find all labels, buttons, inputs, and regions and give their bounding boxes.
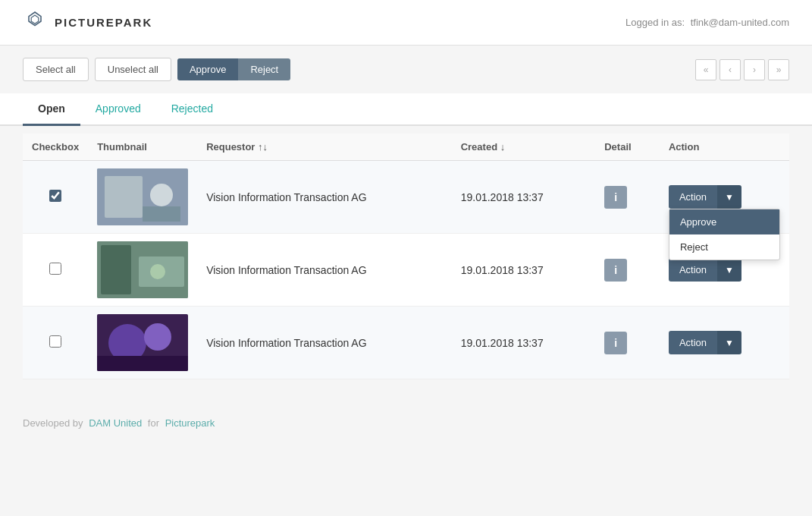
header: PICTUREPARK Logged in as: tfink@dam-unit… <box>0 0 812 46</box>
thumbnail-image <box>97 168 188 225</box>
action-button[interactable]: Action <box>669 331 717 354</box>
table-row: Vision Information Transaction AG19.01.2… <box>23 161 789 234</box>
col-action: Action <box>660 134 789 161</box>
row-checkbox[interactable] <box>49 190 61 202</box>
svg-point-7 <box>150 264 165 279</box>
prev-page-button[interactable]: ‹ <box>720 59 741 80</box>
toolbar: Select all Unselect all Approve Reject «… <box>0 46 812 93</box>
col-checkbox: Checkbox <box>23 134 88 161</box>
dropdown-approve-item[interactable]: Approve <box>669 209 779 234</box>
row-checkbox[interactable] <box>49 263 61 275</box>
created-cell: 19.01.2018 13:37 <box>452 234 596 307</box>
tab-approved[interactable]: Approved <box>80 93 156 126</box>
tab-rejected[interactable]: Rejected <box>156 93 228 126</box>
svg-point-2 <box>150 184 173 206</box>
thumbnail-cell <box>88 307 197 379</box>
table-header-row: Checkbox Thumbnail Requestor ↑↓ Created … <box>23 134 789 161</box>
action-dropdown-menu: ApproveReject <box>669 209 780 260</box>
row-checkbox[interactable] <box>49 335 61 348</box>
approve-button[interactable]: Approve <box>177 58 238 80</box>
info-button[interactable]: i <box>604 332 627 354</box>
unselect-all-button[interactable]: Unselect all <box>95 58 171 81</box>
logged-in-info: Logged in as: tfink@dam-united.com <box>625 17 789 28</box>
thumbnail-cell <box>88 234 197 307</box>
svg-rect-3 <box>143 206 180 222</box>
thumbnail-image <box>97 314 188 371</box>
reject-button[interactable]: Reject <box>238 58 290 80</box>
action-group: Action▼ <box>669 331 780 354</box>
first-page-button[interactable]: « <box>695 59 716 80</box>
detail-cell: i <box>595 234 660 307</box>
logged-in-label: Logged in as: <box>625 17 685 28</box>
action-caret-button[interactable]: ▼ <box>717 185 741 209</box>
approve-reject-group: Approve Reject <box>177 58 290 80</box>
logo-text: PICTUREPARK <box>55 16 152 29</box>
action-button[interactable]: Action <box>669 185 717 209</box>
requestor-cell: Vision Information Transaction AG <box>197 307 452 379</box>
action-cell: Action▼ <box>660 307 789 379</box>
action-button[interactable]: Action <box>669 258 717 282</box>
created-cell: 19.01.2018 13:37 <box>452 307 596 379</box>
pagination: « ‹ › » <box>695 59 789 80</box>
action-caret-button[interactable]: ▼ <box>717 331 741 354</box>
svg-rect-11 <box>97 356 188 371</box>
table-row: Vision Information Transaction AG19.01.2… <box>23 307 789 379</box>
info-button[interactable]: i <box>604 186 627 209</box>
checkbox-cell <box>23 307 88 379</box>
logo: PICTUREPARK <box>23 9 152 36</box>
detail-cell: i <box>595 161 660 234</box>
toolbar-left: Select all Unselect all Approve Reject <box>23 58 290 81</box>
footer-picturepark-link[interactable]: Picturepark <box>165 417 215 429</box>
next-page-button[interactable]: › <box>744 59 765 80</box>
svg-rect-1 <box>105 176 143 218</box>
table-container: Checkbox Thumbnail Requestor ↑↓ Created … <box>0 134 812 379</box>
last-page-button[interactable]: » <box>768 59 789 80</box>
thumbnail-cell <box>88 161 197 234</box>
checkbox-cell <box>23 234 88 307</box>
col-detail: Detail <box>595 134 660 161</box>
action-group: Action▼ApproveReject <box>669 185 780 209</box>
dropdown-reject-item[interactable]: Reject <box>669 234 779 260</box>
thumbnail-image <box>97 241 188 298</box>
footer-dam-united-link[interactable]: DAM United <box>89 417 142 429</box>
action-caret-button[interactable]: ▼ <box>717 258 741 282</box>
info-button[interactable]: i <box>604 259 627 282</box>
checkbox-cell <box>23 161 88 234</box>
select-all-button[interactable]: Select all <box>23 58 89 81</box>
requestor-cell: Vision Information Transaction AG <box>197 234 452 307</box>
requests-table: Checkbox Thumbnail Requestor ↑↓ Created … <box>23 134 789 379</box>
user-email: tfink@dam-united.com <box>691 17 789 28</box>
footer-for: for <box>148 417 159 429</box>
action-cell: Action▼ApproveReject <box>660 161 789 234</box>
requestor-cell: Vision Information Transaction AG <box>197 161 452 234</box>
tabs: Open Approved Rejected <box>0 93 812 126</box>
col-thumbnail: Thumbnail <box>88 134 197 161</box>
action-group: Action▼ <box>669 258 780 282</box>
created-cell: 19.01.2018 13:37 <box>452 161 596 234</box>
svg-rect-5 <box>101 245 131 294</box>
tab-open[interactable]: Open <box>23 93 80 126</box>
col-requestor: Requestor ↑↓ <box>197 134 452 161</box>
col-created: Created ↓ <box>452 134 596 161</box>
svg-point-10 <box>144 323 171 351</box>
logo-icon <box>23 9 47 36</box>
detail-cell: i <box>595 307 660 379</box>
footer: Developed by DAM United for Picturepark <box>0 402 812 444</box>
footer-prefix: Developed by <box>23 417 83 429</box>
